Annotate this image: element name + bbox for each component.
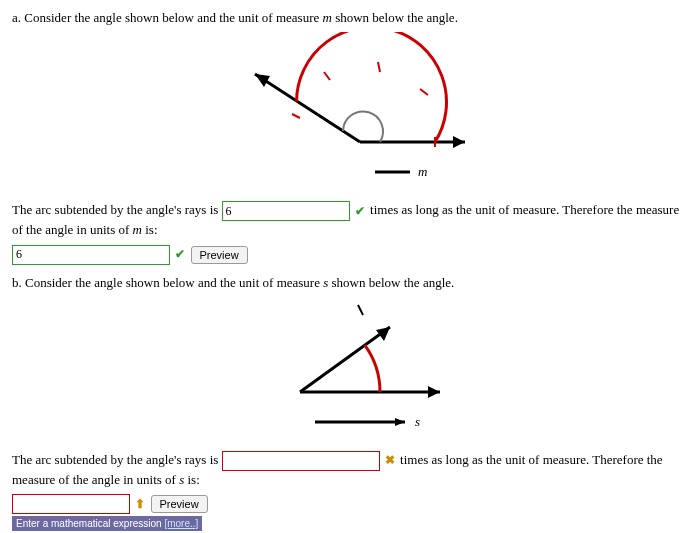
- pa-input-1[interactable]: [222, 201, 350, 221]
- svg-line-2: [255, 74, 360, 142]
- check-icon: ✔: [355, 204, 365, 218]
- pa-s1-before: The arc subtended by the angle's rays is: [12, 202, 222, 217]
- hint-box: Enter a mathematical expression [more..]: [12, 516, 202, 531]
- pb-s1-before: The arc subtended by the angle's rays is: [12, 452, 222, 467]
- svg-marker-16: [395, 418, 405, 426]
- pa-s1-unit: m: [133, 222, 142, 237]
- part-b-figure: s: [12, 297, 688, 441]
- part-a-sentence: The arc subtended by the angle's rays is…: [12, 201, 688, 239]
- part-b-sentence: The arc subtended by the angle's rays is…: [12, 451, 688, 489]
- part-a-answer-row: ✔ Preview: [12, 245, 688, 265]
- part-a-prompt: a. Consider the angle shown below and th…: [12, 10, 688, 26]
- svg-line-13: [300, 327, 390, 392]
- part-a-figure: m: [12, 32, 688, 191]
- preview-button[interactable]: Preview: [191, 246, 248, 264]
- pa-prompt-unit: m: [322, 10, 331, 25]
- pa-prompt-before: a. Consider the angle shown below and th…: [12, 10, 322, 25]
- pa-prompt-after: shown below the angle.: [332, 10, 458, 25]
- part-b-answer-row: ⬆ Preview Enter a mathematical expressio…: [12, 494, 688, 531]
- svg-line-10: [358, 305, 363, 315]
- warn-icon: ✖: [385, 453, 395, 467]
- pb-s1-end: is:: [184, 472, 200, 487]
- fig-b-unit-label: s: [415, 414, 420, 429]
- pb-prompt-after: shown below the angle.: [328, 275, 454, 290]
- warn-icon: ⬆: [135, 497, 145, 511]
- hint-more-link[interactable]: [more..]: [164, 518, 198, 529]
- angle-b-svg: s: [240, 297, 460, 437]
- pb-prompt-before: b. Consider the angle shown below and th…: [12, 275, 323, 290]
- pa-input-2[interactable]: [12, 245, 170, 265]
- svg-line-7: [324, 72, 330, 80]
- pa-s1-end: is:: [142, 222, 158, 237]
- part-b-prompt: b. Consider the angle shown below and th…: [12, 275, 688, 291]
- svg-line-5: [420, 89, 428, 95]
- svg-marker-1: [453, 136, 465, 148]
- fig-a-unit-label: m: [418, 164, 427, 179]
- angle-a-svg: m: [220, 32, 480, 187]
- pb-input-1[interactable]: [222, 451, 380, 471]
- svg-line-6: [378, 62, 380, 72]
- check-icon: ✔: [175, 247, 185, 261]
- svg-marker-12: [428, 386, 440, 398]
- pb-input-2[interactable]: [12, 494, 130, 514]
- svg-line-8: [292, 114, 300, 118]
- hint-text: Enter a mathematical expression: [16, 518, 164, 529]
- preview-button[interactable]: Preview: [151, 495, 208, 513]
